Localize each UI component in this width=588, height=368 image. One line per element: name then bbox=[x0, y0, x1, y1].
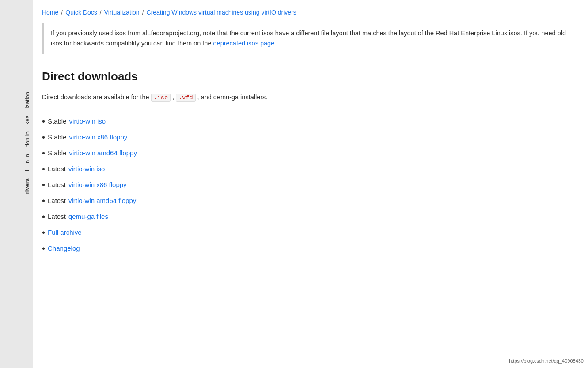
breadcrumb-virtualization[interactable]: Virtualization bbox=[104, 9, 140, 16]
download-link-2[interactable]: virtio-win amd64 floppy bbox=[69, 149, 137, 157]
breadcrumb-home[interactable]: Home bbox=[42, 9, 58, 16]
list-item: Stable virtio-win iso bbox=[42, 113, 579, 129]
download-link-6[interactable]: qemu-ga files bbox=[68, 213, 108, 220]
note-text-before: If you previously used isos from alt.fed… bbox=[51, 30, 566, 47]
list-item: Full archive bbox=[42, 225, 579, 240]
list-item-prefix: Stable bbox=[48, 117, 67, 125]
section-title: Direct downloads bbox=[42, 66, 579, 83]
sidebar-nav: ization kes tion in n in l rivers bbox=[0, 88, 33, 198]
breadcrumb-sep-2: / bbox=[100, 9, 102, 16]
deprecated-isos-link[interactable]: deprecated isos page bbox=[213, 40, 275, 47]
download-link-8[interactable]: Changelog bbox=[48, 244, 80, 252]
sidebar-item-virtualization[interactable]: ization bbox=[0, 88, 33, 112]
download-link-5[interactable]: virtio-win amd64 floppy bbox=[68, 197, 136, 204]
list-item: Latest qemu-ga files bbox=[42, 209, 579, 225]
iso-code: .iso bbox=[151, 94, 171, 102]
section-description: Direct downloads are available for the .… bbox=[42, 92, 579, 103]
left-sidebar: ization kes tion in n in l rivers bbox=[0, 0, 33, 368]
breadcrumb-sep-3: / bbox=[142, 9, 144, 16]
footer-url: https://blog.csdn.net/qq_40908430 bbox=[509, 358, 584, 364]
sidebar-item-kes[interactable]: kes bbox=[0, 112, 33, 128]
list-item-prefix: Latest bbox=[48, 213, 66, 220]
content-area: If you previously used isos from alt.fed… bbox=[33, 23, 588, 274]
list-item: Latest virtio-win amd64 floppy bbox=[42, 193, 579, 209]
sidebar-item-tion-in[interactable]: tion in bbox=[0, 128, 33, 150]
download-link-4[interactable]: virtio-win x86 floppy bbox=[68, 181, 127, 188]
list-item-prefix: Stable bbox=[48, 133, 67, 141]
note-text-after: . bbox=[276, 40, 278, 47]
breadcrumb: Home / Quick Docs / Virtualization / Cre… bbox=[33, 0, 588, 23]
list-item-prefix: Stable bbox=[48, 149, 67, 157]
list-item-prefix: Latest bbox=[48, 181, 66, 188]
breadcrumb-quick-docs[interactable]: Quick Docs bbox=[65, 9, 97, 16]
download-list: Stable virtio-win isoStable virtio-win x… bbox=[42, 113, 579, 256]
download-link-7[interactable]: Full archive bbox=[48, 229, 82, 236]
list-item: Changelog bbox=[42, 240, 579, 256]
download-link-0[interactable]: virtio-win iso bbox=[69, 117, 106, 125]
list-item-prefix: Latest bbox=[48, 165, 66, 173]
page-wrapper: ization kes tion in n in l rivers Home /… bbox=[0, 0, 588, 368]
list-item: Latest virtio-win x86 floppy bbox=[42, 177, 579, 193]
list-item: Stable virtio-win amd64 floppy bbox=[42, 145, 579, 161]
desc-after: , and qemu-ga installers. bbox=[197, 94, 268, 101]
vfd-code: .vfd bbox=[176, 94, 195, 102]
list-item-prefix: Latest bbox=[48, 197, 66, 204]
list-item: Stable virtio-win x86 floppy bbox=[42, 129, 579, 145]
list-item: Latest virtio-win iso bbox=[42, 161, 579, 177]
direct-downloads-section: Direct downloads Direct downloads are av… bbox=[42, 66, 579, 256]
desc-before: Direct downloads are available for the bbox=[42, 94, 149, 101]
desc-comma1: , bbox=[172, 94, 174, 101]
note-box: If you previously used isos from alt.fed… bbox=[42, 23, 579, 54]
sidebar-item-rivers[interactable]: rivers bbox=[0, 175, 33, 197]
download-link-3[interactable]: virtio-win iso bbox=[68, 165, 105, 173]
breadcrumb-sep-1: / bbox=[61, 9, 63, 16]
download-link-1[interactable]: virtio-win x86 floppy bbox=[69, 133, 128, 141]
sidebar-item-n-in[interactable]: n in bbox=[0, 150, 33, 167]
breadcrumb-current-page: Creating Windows virtual machines using … bbox=[147, 9, 296, 16]
main-content: Home / Quick Docs / Virtualization / Cre… bbox=[33, 0, 588, 368]
sidebar-item-l[interactable]: l bbox=[0, 166, 33, 175]
